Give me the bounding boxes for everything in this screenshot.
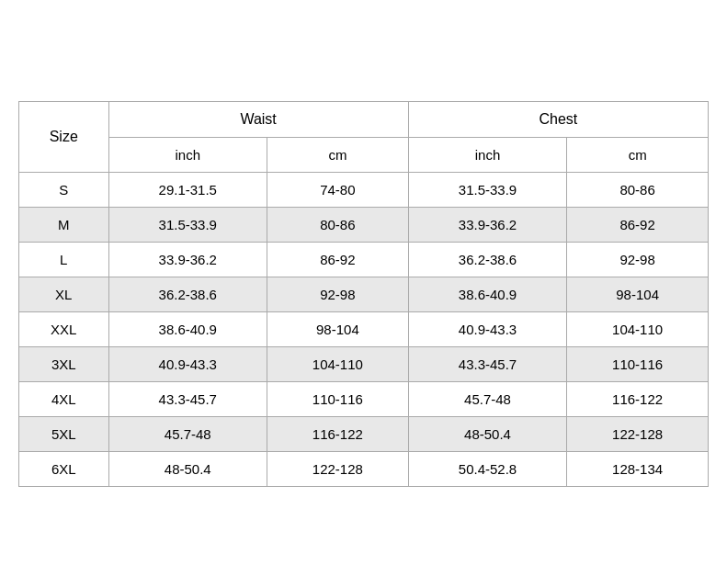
waist-cm-cell: 110-116	[267, 382, 409, 417]
chest-cm-cell: 104-110	[567, 312, 709, 347]
chest-cm-cell: 110-116	[567, 347, 709, 382]
waist-inch-subheader: inch	[108, 138, 267, 173]
table-row: 5XL45.7-48116-12248-50.4122-128	[19, 417, 709, 452]
waist-inch-cell: 48-50.4	[108, 452, 267, 487]
size-cell: XXL	[19, 312, 109, 347]
waist-cm-cell: 98-104	[267, 312, 409, 347]
chest-inch-cell: 45.7-48	[408, 382, 567, 417]
waist-cm-cell: 80-86	[267, 208, 409, 243]
chest-inch-cell: 40.9-43.3	[408, 312, 567, 347]
chest-inch-cell: 50.4-52.8	[408, 452, 567, 487]
waist-cm-cell: 92-98	[267, 277, 409, 312]
size-header: Size	[19, 102, 109, 173]
chest-cm-cell: 98-104	[567, 277, 709, 312]
table-row: S29.1-31.574-8031.5-33.980-86	[19, 173, 709, 208]
waist-cm-cell: 86-92	[267, 243, 409, 277]
chest-cm-cell: 92-98	[567, 243, 709, 277]
chest-inch-cell: 33.9-36.2	[408, 208, 567, 243]
table-row: XL36.2-38.692-9838.6-40.998-104	[19, 277, 709, 312]
size-cell: 5XL	[19, 417, 109, 452]
waist-inch-cell: 43.3-45.7	[108, 382, 267, 417]
chest-inch-subheader: inch	[408, 138, 567, 173]
chest-inch-cell: 48-50.4	[408, 417, 567, 452]
chest-inch-cell: 38.6-40.9	[408, 277, 567, 312]
waist-cm-subheader: cm	[267, 138, 409, 173]
size-cell: 6XL	[19, 452, 109, 487]
size-cell: 3XL	[19, 347, 109, 382]
table-row: XXL38.6-40.998-10440.9-43.3104-110	[19, 312, 709, 347]
waist-cm-cell: 74-80	[267, 173, 409, 208]
waist-inch-cell: 38.6-40.9	[108, 312, 267, 347]
waist-cm-cell: 116-122	[267, 417, 409, 452]
table-row: L33.9-36.286-9236.2-38.692-98	[19, 243, 709, 277]
table-row: 6XL48-50.4122-12850.4-52.8128-134	[19, 452, 709, 487]
table-row: 3XL40.9-43.3104-11043.3-45.7110-116	[19, 347, 709, 382]
chest-inch-cell: 43.3-45.7	[408, 347, 567, 382]
chest-cm-subheader: cm	[567, 138, 709, 173]
chest-cm-cell: 116-122	[567, 382, 709, 417]
chest-cm-cell: 80-86	[567, 173, 709, 208]
size-chart-table: Size Waist Chest inch cm inch cm S29.1-3…	[18, 101, 709, 487]
waist-header: Waist	[108, 102, 408, 138]
waist-inch-cell: 36.2-38.6	[108, 277, 267, 312]
chest-cm-cell: 86-92	[567, 208, 709, 243]
size-chart-container: Size Waist Chest inch cm inch cm S29.1-3…	[0, 83, 727, 505]
chest-cm-cell: 122-128	[567, 417, 709, 452]
waist-cm-cell: 122-128	[267, 452, 409, 487]
size-cell: L	[19, 243, 109, 277]
waist-inch-cell: 33.9-36.2	[108, 243, 267, 277]
chest-inch-cell: 31.5-33.9	[408, 173, 567, 208]
size-cell: M	[19, 208, 109, 243]
waist-inch-cell: 40.9-43.3	[108, 347, 267, 382]
chest-cm-cell: 128-134	[567, 452, 709, 487]
table-row: 4XL43.3-45.7110-11645.7-48116-122	[19, 382, 709, 417]
size-cell: S	[19, 173, 109, 208]
waist-cm-cell: 104-110	[267, 347, 409, 382]
waist-inch-cell: 45.7-48	[108, 417, 267, 452]
waist-inch-cell: 29.1-31.5	[108, 173, 267, 208]
waist-inch-cell: 31.5-33.9	[108, 208, 267, 243]
chest-inch-cell: 36.2-38.6	[408, 243, 567, 277]
size-cell: XL	[19, 277, 109, 312]
table-row: M31.5-33.980-8633.9-36.286-92	[19, 208, 709, 243]
chest-header: Chest	[408, 102, 708, 138]
size-cell: 4XL	[19, 382, 109, 417]
